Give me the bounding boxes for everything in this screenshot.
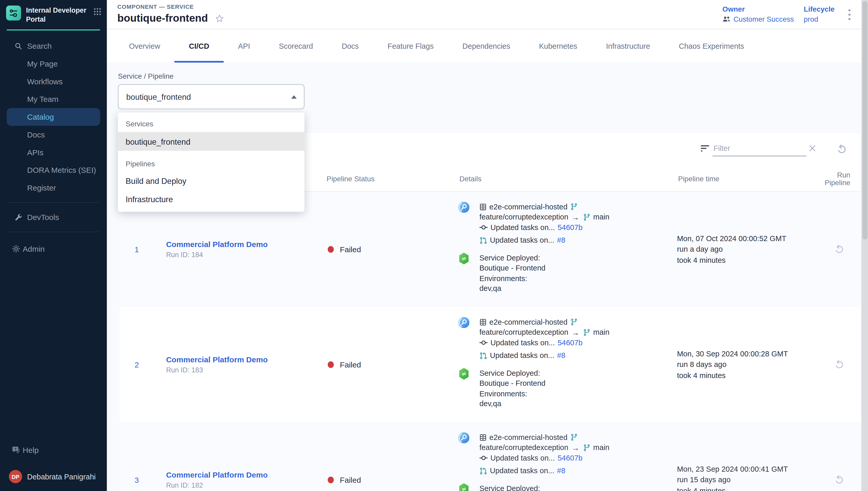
rerun-pipeline-button[interactable]: [834, 475, 844, 485]
service-pipeline-select[interactable]: boutique_frontend: [118, 84, 305, 109]
tab-feature-flags[interactable]: Feature Flags: [373, 29, 448, 63]
pipeline-time-cell: Mon, 23 Sep 2024 00:00:41 GMT run 15 day…: [674, 423, 817, 491]
tab-scorecard[interactable]: Scorecard: [265, 29, 327, 63]
app-title: Internal Developer Portal: [26, 5, 94, 24]
scrollbar-thumb[interactable]: [862, 1, 867, 239]
sidebar-item-label: Admin: [23, 244, 44, 253]
commit-id-link[interactable]: 54607b: [558, 454, 583, 462]
pr-number-link[interactable]: #8: [557, 236, 565, 244]
environments-label: Environments:: [479, 388, 674, 399]
app-switcher-icon[interactable]: [94, 8, 101, 16]
ci-details: e2e-commercial-hosted feature/corruptede…: [479, 432, 674, 476]
sidebar-item-apis[interactable]: APIs: [0, 143, 107, 161]
favorite-star-icon[interactable]: [215, 14, 224, 23]
tab-docs[interactable]: Docs: [327, 29, 373, 63]
sidebar-item-dora-metrics[interactable]: DORA Metrics (SEI): [0, 161, 107, 179]
service-deployed-value: Boutique - Frontend: [479, 378, 674, 388]
tab-chaos-experiments[interactable]: Chaos Experiments: [664, 29, 758, 63]
service-deployed-label: Service Deployed:: [479, 253, 674, 263]
owner-link[interactable]: Customer Success: [734, 15, 794, 23]
sidebar-item-docs[interactable]: Docs: [0, 125, 107, 143]
col-header-time: Pipeline time: [674, 175, 817, 183]
sidebar-item-devtools[interactable]: DevTools: [0, 208, 107, 226]
dropdown-option-boutique-frontend[interactable]: boutique_frontend: [118, 133, 305, 151]
help-chat-icon: ?: [11, 445, 20, 454]
tab-api[interactable]: API: [224, 29, 265, 63]
dropdown-option-build-and-deploy[interactable]: Build and Deploy: [118, 172, 305, 190]
ci-phase: e2e-commercial-hosted feature/corruptede…: [459, 317, 674, 361]
select-value: boutique_frontend: [126, 92, 191, 101]
pr-number-link[interactable]: #8: [557, 467, 565, 475]
select-label: Service / Pipeline: [118, 72, 305, 80]
git-branch-icon: [583, 328, 590, 336]
pipeline-name-link[interactable]: Commercial Platform Demo: [166, 470, 322, 479]
run-id: Run ID: 183: [166, 366, 322, 374]
filter-icon: [701, 145, 709, 152]
run-date: Mon, 23 Sep 2024 00:00:41 GMT: [677, 464, 818, 474]
tab-kubernetes[interactable]: Kubernetes: [525, 29, 592, 63]
commit-id-link[interactable]: 54607b: [558, 223, 583, 232]
clear-filter-icon[interactable]: [809, 145, 816, 152]
run-index-link[interactable]: 2: [120, 307, 154, 423]
commit-message: Updated tasks on...: [491, 338, 555, 347]
tab-dependencies[interactable]: Dependencies: [448, 29, 525, 63]
git-branch-icon: [583, 213, 590, 221]
commit-id-link[interactable]: 54607b: [558, 338, 583, 347]
repository-icon: [479, 434, 487, 441]
sidebar-item-my-team[interactable]: My Team: [0, 90, 107, 108]
sidebar-item-catalog[interactable]: Catalog: [7, 108, 100, 125]
sidebar-item-label: Workflows: [27, 77, 63, 86]
repo-name[interactable]: e2e-commercial-hosted: [489, 203, 567, 211]
service-deployed-label: Service Deployed:: [479, 483, 674, 491]
status-label: Failed: [340, 245, 361, 254]
sidebar-footer: ? Help DP Debabrata Panigrahi: [0, 441, 107, 487]
cd-details: Service Deployed: Boutique - Frontend En…: [479, 253, 674, 294]
run-id: Run ID: 184: [166, 251, 322, 259]
user-menu[interactable]: DP Debabrata Panigrahi: [0, 466, 107, 486]
run-ago: run 8 days ago: [677, 359, 818, 370]
lifecycle-block: Lifecycle prod: [804, 5, 835, 23]
commit-message: Updated tasks on...: [491, 454, 555, 462]
ci-details: e2e-commercial-hosted feature/corruptede…: [479, 202, 674, 246]
sidebar-item-help[interactable]: ? Help: [0, 441, 107, 459]
dropdown-option-infrastructure[interactable]: Infrastructure: [118, 190, 305, 208]
pipeline-name-cell: Commercial Platform Demo Run ID: 183: [154, 307, 322, 423]
git-branch-icon: [570, 203, 578, 211]
run-index-link[interactable]: 3: [120, 423, 154, 491]
sidebar: Internal Developer Portal Search My Pa: [0, 0, 107, 491]
pipeline-name-cell: Commercial Platform Demo Run ID: 182: [154, 423, 322, 491]
sidebar-header: Internal Developer Portal: [0, 0, 107, 24]
target-branch: main: [593, 328, 610, 337]
page-title: boutique-frontend: [117, 12, 208, 24]
pr-message: Updated tasks on...: [490, 351, 554, 360]
pr-number-link[interactable]: #8: [557, 351, 565, 360]
cd-stage-icon: ∞: [459, 253, 470, 294]
owner-label: Owner: [722, 5, 794, 13]
pipeline-name-link[interactable]: Commercial Platform Demo: [166, 355, 322, 364]
sidebar-item-workflows[interactable]: Workflows: [0, 72, 107, 90]
rerun-pipeline-button[interactable]: [834, 360, 844, 370]
run-ago: run 15 days ago: [677, 474, 818, 485]
refresh-icon[interactable]: [837, 144, 847, 155]
sidebar-item-label: Search: [27, 41, 52, 50]
sidebar-item-search[interactable]: Search: [0, 37, 107, 55]
sidebar-item-my-page[interactable]: My Page: [0, 55, 107, 73]
sidebar-item-register[interactable]: Register: [0, 179, 107, 197]
commit-message: Updated tasks on...: [491, 223, 555, 232]
tab-infrastructure[interactable]: Infrastructure: [592, 29, 665, 63]
tab-overview[interactable]: Overview: [115, 29, 175, 63]
repo-name[interactable]: e2e-commercial-hosted: [489, 318, 567, 326]
run-pipeline-cell: [818, 307, 860, 423]
page-scrollbar[interactable]: [861, 0, 868, 491]
pipeline-name-link[interactable]: Commercial Platform Demo: [166, 240, 322, 249]
sidebar-item-admin[interactable]: Admin: [0, 239, 107, 257]
filter-input[interactable]: [712, 142, 806, 156]
cd-details: Service Deployed: Boutique - Frontend En…: [479, 368, 674, 409]
rerun-pipeline-button[interactable]: [834, 244, 844, 255]
repo-name[interactable]: e2e-commercial-hosted: [489, 433, 567, 441]
kebab-menu-icon[interactable]: [847, 8, 852, 22]
ci-details: e2e-commercial-hosted feature/corruptede…: [479, 317, 674, 361]
sidebar-item-label: DevTools: [27, 212, 59, 221]
tab-cicd[interactable]: CI/CD: [175, 29, 224, 63]
run-date: Mon, 30 Sep 2024 00:00:28 GMT: [677, 348, 818, 359]
